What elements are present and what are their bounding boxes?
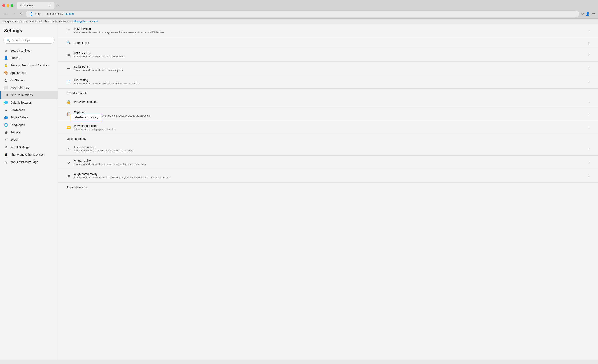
augmented-reality-title: Augmented reality (74, 172, 586, 176)
sidebar-item-profiles[interactable]: 👤 Profiles (0, 54, 58, 62)
default-browser-icon: 🌐 (4, 101, 8, 104)
file-editing-icon: 📄 (66, 80, 71, 84)
pdf-documents-header: PDF documents (58, 89, 598, 97)
protected-content-chevron: › (589, 100, 590, 104)
sidebar-item-reset-settings[interactable]: ↺ Reset Settings (0, 143, 58, 151)
sidebar-title: Settings (0, 28, 58, 37)
zoom-levels-text: Zoom levels (74, 41, 586, 44)
augmented-reality-chevron: › (589, 174, 590, 178)
search-box[interactable]: 🔍 (3, 37, 55, 44)
downloads-icon: ⬇ (4, 108, 8, 112)
sidebar-item-default-browser[interactable]: 🌐 Default Browser (0, 99, 58, 106)
favorites-star-icon[interactable]: ☆ (581, 12, 584, 16)
manage-favorites-link[interactable]: Manage favorites now (74, 20, 98, 23)
site-permissions-icon: ⊞ (5, 93, 8, 97)
zoom-levels-chevron: › (589, 41, 590, 44)
settings-item-payment-handlers[interactable]: 💳 Payment handlers Allow sites to instal… (58, 121, 598, 134)
sidebar-item-label: New Tab Page (10, 86, 29, 89)
address-input[interactable]: ◯ Edge | edge://settings/content (26, 11, 579, 17)
insecure-content-desc: Insecure content is blocked by default o… (74, 149, 586, 152)
favorites-bar: For quick access, place your favorites h… (0, 19, 598, 24)
sidebar-item-label: Printers (10, 131, 20, 134)
sidebar-item-system[interactable]: ⚙ System (0, 136, 58, 143)
protected-content-icon: 🔒 (66, 100, 71, 104)
sidebar-item-about-edge[interactable]: ◎ About Microsoft Edge (0, 158, 58, 166)
protected-content-text: Protected content (74, 100, 586, 104)
application-links-header: Application links (58, 183, 598, 191)
file-editing-chevron: › (589, 80, 590, 83)
usb-devices-text: USB devices Ask when a site wants to acc… (74, 51, 586, 58)
forward-button[interactable]: → (11, 11, 17, 16)
family-safety-icon: 👥 (4, 116, 8, 119)
privacy-icon: 🔒 (4, 64, 8, 67)
settings-item-midi-devices[interactable]: ⊞ MIDI devices Ask when a site wants to … (58, 24, 598, 37)
profile-icon[interactable]: 👤 (586, 12, 590, 16)
new-tab-button[interactable]: + (55, 3, 61, 8)
address-bar: ← → ↻ ◯ Edge | edge://settings/content ☆… (0, 9, 598, 19)
serial-ports-icon: ▬ (66, 66, 71, 70)
sidebar-item-label: Default Browser (10, 101, 31, 104)
tab-title: Settings (24, 4, 47, 7)
sidebar-item-label: About Microsoft Edge (10, 161, 38, 164)
printers-icon: 🖨 (4, 130, 8, 134)
settings-item-insecure-content[interactable]: ⚠ Insecure content Insecure content is b… (58, 142, 598, 156)
sidebar-item-printers[interactable]: 🖨 Printers (0, 129, 58, 136)
sidebar-item-downloads[interactable]: ⬇ Downloads (0, 106, 58, 114)
settings-item-augmented-reality[interactable]: ⌀ Augmented reality Ask when a site want… (58, 169, 598, 183)
on-startup-icon: ⏻ (4, 78, 8, 82)
minimize-window-button[interactable] (7, 4, 9, 7)
settings-item-file-editing[interactable]: 📄 File editing Ask when a site wants to … (58, 75, 598, 89)
address-domain: Edge | edge://settings/ (35, 12, 63, 15)
settings-item-serial-ports[interactable]: ▬ Serial ports Ask when a site wants to … (58, 62, 598, 75)
sidebar-item-site-permissions[interactable]: ⊞ Site Permissions (0, 91, 58, 99)
settings-item-clipboard[interactable]: 📋 Clipboard Ask when a site wants to see… (58, 107, 598, 121)
media-autoplay-header: Media autoplay Media autoplay (58, 134, 598, 142)
protected-content-title: Protected content (74, 100, 586, 104)
file-editing-desc: Ask when a site wants to edit files or f… (74, 82, 586, 85)
augmented-reality-text: Augmented reality Ask when a site wants … (74, 172, 586, 179)
sidebar-item-languages[interactable]: 🌐 Languages (0, 121, 58, 129)
zoom-levels-icon: 🔍 (66, 41, 71, 45)
sidebar-item-new-tab-page[interactable]: ⬜ New Tab Page (0, 84, 58, 91)
sidebar-item-family-safety[interactable]: 👥 Family Safety (0, 114, 58, 121)
languages-icon: 🌐 (4, 123, 8, 127)
virtual-reality-title: Virtual reality (74, 159, 586, 162)
payment-handlers-text: Payment handlers Allow sites to install … (74, 124, 586, 131)
active-tab[interactable]: ⚙ Settings ✕ (17, 2, 54, 9)
virtual-reality-chevron: › (589, 161, 590, 164)
settings-item-protected-content[interactable]: 🔒 Protected content › (58, 97, 598, 107)
maximize-window-button[interactable] (11, 4, 14, 7)
serial-ports-desc: Ask when a site wants to access serial p… (74, 69, 586, 72)
close-window-button[interactable] (2, 4, 5, 7)
back-button[interactable]: ← (3, 11, 9, 16)
clipboard-chevron: › (589, 112, 590, 116)
sidebar-item-on-startup[interactable]: ⏻ On Startup (0, 77, 58, 84)
virtual-reality-desc: Ask when a site wants to use your virtua… (74, 163, 586, 166)
insecure-content-chevron: › (589, 147, 590, 150)
reload-button[interactable]: ↻ (19, 11, 24, 16)
settings-item-virtual-reality[interactable]: ⌀ Virtual reality Ask when a site wants … (58, 156, 598, 169)
file-editing-text: File editing Ask when a site wants to ed… (74, 78, 586, 85)
virtual-reality-icon: ⌀ (66, 161, 71, 164)
sidebar-item-search-settings[interactable]: ⌕ Search settings (0, 47, 58, 54)
midi-devices-desc: Ask when a site wants to use system excl… (74, 31, 586, 34)
sidebar-item-appearance[interactable]: 🎨 Appearance (0, 69, 58, 77)
tab-favicon: ⚙ (20, 4, 22, 7)
search-icon: 🔍 (7, 39, 10, 42)
menu-icon[interactable]: ••• (591, 12, 595, 16)
clipboard-desc: Ask when a site wants to see text and im… (74, 114, 586, 117)
reset-settings-icon: ↺ (4, 145, 8, 149)
settings-item-zoom-levels[interactable]: 🔍 Zoom levels › (58, 37, 598, 48)
settings-item-usb-devices[interactable]: 🔌 USB devices Ask when a site wants to a… (58, 48, 598, 62)
sidebar-item-privacy[interactable]: 🔒 Privacy, Search, and Services (0, 62, 58, 69)
clipboard-text: Clipboard Ask when a site wants to see t… (74, 111, 586, 117)
sidebar-item-label: Search settings (10, 49, 31, 52)
sidebar-item-label: Downloads (10, 108, 25, 112)
sidebar-item-phone-devices[interactable]: 📱 Phone and Other Devices (0, 151, 58, 158)
sidebar-item-label: On Startup (10, 79, 25, 82)
search-input[interactable] (11, 39, 51, 42)
sidebar-item-label: Appearance (10, 71, 26, 74)
system-icon: ⚙ (4, 138, 8, 142)
tab-close-button[interactable]: ✕ (49, 4, 51, 8)
sidebar-item-label: Reset Settings (10, 146, 29, 149)
